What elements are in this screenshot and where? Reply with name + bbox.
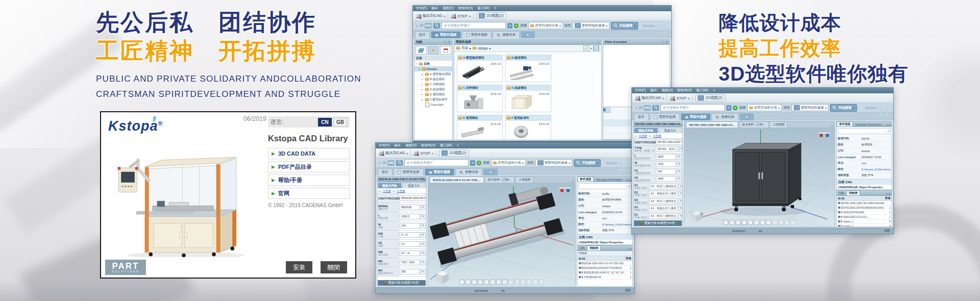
- installer-menu-item[interactable]: ▶ 帮助/手册: [268, 174, 350, 186]
- property-row[interactable]: L机架长度 [mm] 1600✎: [633, 154, 682, 161]
- property-row[interactable]: E3E3面门形式 A3：双开门-透明亚克✎: [633, 198, 682, 206]
- start-search-button[interactable]: 开始搜索▾: [574, 159, 601, 167]
- search-input[interactable]: 全文搜索的关键字: [660, 104, 725, 111]
- menu-item[interactable]: 附加件(X): [458, 6, 473, 11]
- edit-icon[interactable]: ✎: [420, 223, 426, 229]
- panel-controls[interactable]: □: [598, 40, 600, 43]
- bom-subtab[interactable]: 明细表: [577, 251, 632, 256]
- viewport-3d[interactable]: Y: [428, 183, 575, 286]
- recalculate-button[interactable]: 重新计算3D模型 F5/秒: [634, 220, 682, 226]
- scope-dropdown[interactable]: 所有目录和分类▾: [747, 104, 782, 111]
- info-filter-dropdown[interactable]: [578, 183, 631, 189]
- history-button[interactable]: [440, 46, 451, 55]
- search-dropdown-icon[interactable]: ▾: [507, 23, 512, 29]
- breadcrumb-vendor[interactable]: kstopa: [478, 46, 487, 50]
- viewport-3d[interactable]: X: [684, 128, 835, 227]
- abc-text-search-chip[interactable]: ABC: [425, 23, 432, 29]
- search-dropdown-icon[interactable]: ▾: [470, 160, 475, 166]
- tab-search-results[interactable]: 搜索结果: [493, 31, 520, 38]
- filter-checkbox[interactable]: ☑: [639, 106, 642, 110]
- step-export-button[interactable]: STEP▾: [670, 96, 690, 101]
- edit-icon[interactable]: ✎: [420, 214, 426, 219]
- confirm-icon[interactable]: ✓: [583, 45, 590, 51]
- checkbox-icon[interactable]: ☑: [634, 134, 637, 138]
- edit-icon[interactable]: ✎: [678, 213, 682, 219]
- language-gb-button[interactable]: GB: [333, 118, 347, 127]
- property-row[interactable]: RM滑子材质 NY｜N✎: [377, 249, 426, 258]
- edit-icon[interactable]: ✎: [676, 176, 682, 182]
- edit-icon[interactable]: ✎: [678, 184, 682, 189]
- close-button[interactable]: 關閉: [321, 261, 347, 273]
- recalculate-button[interactable]: 重新计算3D模型 F5/秒: [378, 280, 426, 286]
- scope-dropdown[interactable]: 所有目录和分类▾: [528, 22, 563, 29]
- edit-icon[interactable]: ✎: [679, 146, 682, 152]
- menu-item[interactable]: 附加件(X): [677, 88, 692, 93]
- model-tab[interactable]: SDYR2-1600-1200-760-1990-A3...: [686, 121, 738, 128]
- layers-view-button[interactable]: [415, 46, 427, 55]
- part-card[interactable]: A.微型输送模组 19-6-13: [457, 55, 503, 82]
- mode-dropdown[interactable]: 零部件组和单体▾: [535, 159, 573, 166]
- menu-item[interactable]: ?: [713, 89, 715, 92]
- tab-assistant[interactable]: 助手: [378, 168, 393, 175]
- menu-item[interactable]: 输出: [650, 88, 657, 93]
- tree-item[interactable]: ▸E.通用模组: [414, 92, 452, 97]
- installer-menu-item[interactable]: ▶ 3D CAD DATA: [268, 148, 350, 159]
- tree-item[interactable]: ▸B.输送模组: [414, 77, 452, 82]
- checkbox-icon[interactable]: ☑: [649, 134, 651, 138]
- grid-view-icon[interactable]: [593, 45, 599, 51]
- part-info-tab[interactable]: 零件信息: [837, 121, 853, 127]
- edit-icon[interactable]: ✎: [676, 169, 682, 174]
- edit-icon[interactable]: ✎: [420, 250, 426, 256]
- part-card[interactable]: B.输送模组 19-6-19: [505, 55, 551, 82]
- filter-checkbox[interactable]: ☑: [420, 23, 423, 28]
- tech-data-tab[interactable]: 技术资料（三维）: [485, 177, 514, 183]
- edit-icon[interactable]: ✎: [676, 154, 682, 160]
- edit-icon[interactable]: ✎: [678, 198, 682, 204]
- start-search-button[interactable]: 开始搜索▾: [611, 22, 638, 30]
- 2d-view-button[interactable]: 2D视图(2): [439, 149, 469, 157]
- add-search-icon[interactable]: +: [477, 161, 481, 165]
- bom-row[interactable]: BSZSLB1009-A240V1NYT20I1B1S11: [577, 266, 632, 270]
- tab-part-selection[interactable]: 零部件选择: [650, 113, 680, 120]
- search-icon[interactable]: [433, 23, 440, 29]
- 2d-view-tab[interactable]: 二维视图: [770, 121, 788, 128]
- structure-tab[interactable]: 结构: [577, 246, 587, 250]
- checkbox-icon[interactable]: ☑: [393, 189, 395, 193]
- part-card[interactable]: E.通用模组 19-4-22: [457, 115, 503, 140]
- topology-tab[interactable]: Topology Information: [594, 177, 624, 182]
- edit-icon[interactable]: ✎: [678, 206, 682, 211]
- edit-icon[interactable]: ✎: [678, 191, 682, 196]
- bom-row[interactable]: B-16001200C1C1C1C11: [837, 215, 892, 219]
- viewport-toolbar[interactable]: [723, 220, 796, 225]
- details-tab[interactable]: 详细信息: [603, 107, 611, 113]
- scope-dropdown[interactable]: 所有目录和分类▾: [491, 159, 526, 166]
- bom-row[interactable]: B-Caster_14: [837, 219, 892, 224]
- panel-controls[interactable]: □ ✕: [886, 123, 892, 127]
- property-row[interactable]: W宽度 240✎: [377, 221, 426, 231]
- property-row[interactable]: CNSTYPECODE BSZSLB-1009-240-5-V1-N✎: [377, 194, 426, 203]
- 2d-view-button[interactable]: 2D视图(2): [476, 12, 506, 19]
- structure-tab[interactable]: 结构: [837, 191, 846, 195]
- tab-add[interactable]: +: [521, 31, 535, 38]
- tree-vendor[interactable]: ▾kstopa: [414, 66, 452, 71]
- edit-icon[interactable]: ✎: [420, 260, 426, 265]
- export-to-cad-button[interactable]: 输出到CAD▾: [635, 95, 664, 101]
- property-row[interactable]: E4E4面门形式 A1：单面右开门-透明✎: [633, 205, 682, 213]
- bom-row[interactable]: B-BSZSLB1009-A240'V1','V2','V3','V4','V5…: [577, 270, 632, 275]
- tab-add[interactable]: +: [483, 168, 498, 175]
- tech-data-tab[interactable]: 技术资料（三维）: [739, 121, 769, 128]
- export-to-cad-button[interactable]: 输出到CAD▾: [379, 150, 408, 156]
- tab-part-view[interactable]: 零部件视图: [425, 168, 455, 175]
- vertical-tab[interactable]: 垂直方向: [658, 128, 682, 133]
- property-row[interactable]: TYPE基本型（S1型）选型 SDYR2：双开门✎: [633, 146, 682, 154]
- menu-item[interactable]: ?: [494, 7, 496, 10]
- abc-text-search-chip[interactable]: ABC: [644, 105, 651, 111]
- tab-search-results[interactable]: 搜索结果: [712, 113, 739, 120]
- property-row[interactable]: P1P1面门形式 A3：双开门-透明亚克✎: [633, 213, 682, 220]
- menu-item[interactable]: 文件(F): [379, 143, 389, 148]
- breadcrumb-root[interactable]: 目录: [461, 46, 468, 51]
- property-row[interactable]: MA电机安装方式 1B1✎: [377, 267, 426, 277]
- panel-controls[interactable]: □ ✕: [662, 40, 668, 43]
- tree-item[interactable]: ▸C.供料模组: [414, 82, 452, 87]
- search-icon[interactable]: [396, 160, 403, 166]
